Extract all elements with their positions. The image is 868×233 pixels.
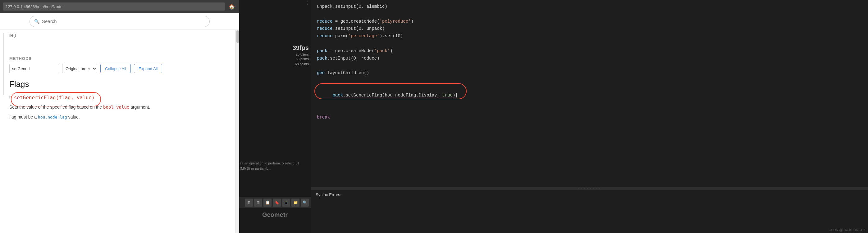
search-input[interactable] [42, 19, 205, 24]
viewport-panel: 39fps 25.82ms 68 prims 68 points se an o… [239, 0, 311, 233]
filter-input[interactable] [9, 64, 59, 73]
collapse-icon: □ [9, 95, 11, 99]
address-bar: 🏠 [0, 0, 239, 13]
code-line-9: geo.layoutChildren() [317, 69, 862, 77]
flags-heading: Flags [9, 79, 230, 89]
bool-code: bool value [103, 105, 129, 109]
code-divider: · · · · · · · · [311, 187, 868, 190]
toolbar-btn-3[interactable]: 📋 [264, 199, 272, 207]
code-line-2: reduce = geo.createNode('polyreduce') [317, 18, 862, 26]
toolbar-btn-6[interactable]: 📁 [291, 199, 300, 207]
operation-hint: se an operation to perform. o select ful… [240, 161, 310, 171]
code-line-3: reduce.setInput(0, unpack) [317, 25, 862, 33]
corner-resize[interactable]: ⋮ [305, 0, 311, 6]
doc-scrollbar-thumb [237, 30, 239, 43]
toolbar-btn-5[interactable]: 📱 [282, 199, 290, 207]
filter-row: Original order Collapse All Expand All [9, 64, 230, 73]
breadcrumb: ile() [9, 33, 230, 37]
code-line-4: reduce.parm('percentage').set(10) [317, 33, 862, 40]
home-icon: 🏠 [229, 4, 235, 10]
ms-display: 25.82ms [293, 52, 309, 57]
toolbar-btn-2[interactable]: ⊟ [254, 199, 262, 207]
code-line-8 [317, 62, 862, 69]
doc-panel: 🏠 🔍 ile() METHODS Original order Collaps… [0, 0, 239, 233]
code-panel: unpack.setInput(0, alembic) reduce = geo… [311, 0, 868, 233]
method-row: □ setGenericFlag(flag, value) [9, 95, 230, 101]
watermark: CSDN @JACKLONGFX [829, 228, 866, 232]
fps-display: 39fps [293, 43, 309, 52]
toolbar-btn-1[interactable]: ⊞ [245, 199, 253, 207]
code-line-1 [317, 10, 862, 18]
geo-label-row: Geometr [239, 209, 311, 221]
viewport-toolbar: ⊞ ⊟ 📋 🔖 📱 📁 🔍 [239, 197, 311, 208]
search-icon: 🔍 [34, 19, 39, 24]
search-container: 🔍 [30, 16, 210, 27]
syntax-errors-panel: Syntax Errors: [311, 190, 868, 233]
toolbar-btn-search[interactable]: 🔍 [301, 199, 309, 207]
hou-node-flag-link[interactable]: hou.nodeFlag [38, 115, 67, 120]
toolbar-btn-4[interactable]: 🔖 [273, 199, 281, 207]
home-button[interactable]: 🏠 [227, 2, 236, 11]
address-input[interactable] [3, 2, 225, 10]
points-display: 68 points [293, 62, 309, 66]
code-area: unpack.setInput(0, alembic) reduce = geo… [311, 0, 868, 187]
doc-content: ile() METHODS Original order Collapse Al… [0, 30, 239, 233]
code-line-break: break [317, 114, 862, 121]
code-line-highlight: pack.setGenericFlag(hou.nodeFlag.Display… [317, 85, 862, 114]
geo-label: Geometr [262, 211, 288, 219]
search-bar: 🔍 [0, 13, 239, 30]
sort-select[interactable]: Original order [62, 64, 97, 73]
method-description: Sets the value of the specified flag bas… [9, 104, 230, 110]
flag-line: flag must be a hou.nodeFlag value. [9, 113, 230, 121]
expand-all-button[interactable]: Expand All [134, 64, 162, 73]
left-border-bar [3, 33, 4, 95]
code-line-7: pack.setInput(0, reduce) [317, 55, 862, 62]
collapse-all-button[interactable]: Collapse All [100, 64, 131, 73]
syntax-errors-label: Syntax Errors: [316, 192, 863, 197]
fps-overlay: 39fps 25.82ms 68 prims 68 points [293, 43, 309, 66]
code-line-10 [317, 77, 862, 85]
method-name: setGenericFlag(flag, value) [14, 95, 95, 101]
code-line-5 [317, 40, 862, 47]
prims-display: 68 prims [293, 57, 309, 61]
doc-scrollbar[interactable] [236, 30, 239, 233]
code-line-0: unpack.setInput(0, alembic) [317, 3, 862, 10]
code-line-6: pack = geo.createNode('pack') [317, 47, 862, 55]
methods-label: METHODS [9, 56, 230, 61]
